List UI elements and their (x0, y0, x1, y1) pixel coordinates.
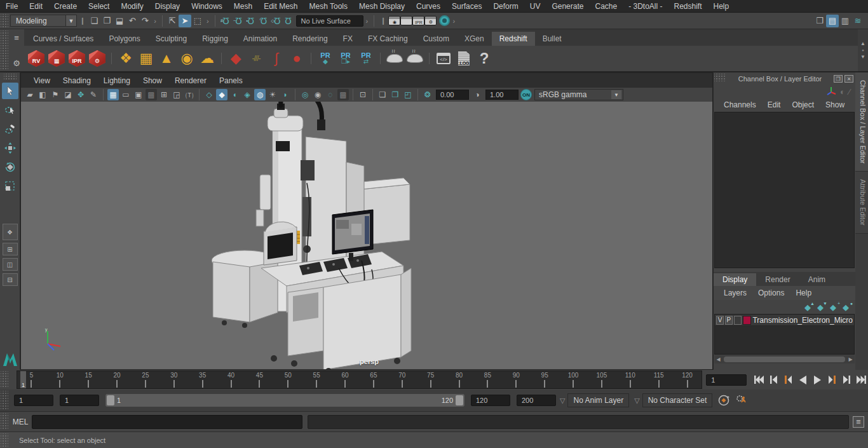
workspace-selector[interactable]: Modeling (10, 15, 66, 27)
tick-10[interactable]: 10 (46, 371, 74, 388)
redo-icon[interactable]: ↷ (139, 15, 151, 27)
log-file-icon[interactable]: .LOG (454, 48, 473, 69)
bake-pie-icon[interactable] (385, 48, 404, 69)
new-empty-layer-icon[interactable]: ◆ (830, 302, 836, 312)
script-window-icon[interactable]: </> (434, 48, 453, 69)
tick-115[interactable]: 115 (644, 371, 673, 388)
tick-55[interactable]: 55 (302, 371, 331, 388)
new-layer-from-selected-icon[interactable]: ◆ (843, 302, 849, 312)
channel-box-toggle-icon[interactable]: ▤ (826, 15, 839, 27)
menu-select[interactable]: Select (83, 1, 115, 12)
drag-grip[interactable] (714, 74, 726, 81)
tick-50[interactable]: 50 (274, 371, 302, 388)
panel-menu-lighting[interactable]: Lighting (97, 74, 137, 87)
rs-render-icon[interactable]: ▦ (47, 48, 66, 69)
shelf-tab-fx-caching[interactable]: FX Caching (360, 32, 416, 46)
step-back-frame-button[interactable] (766, 373, 780, 387)
rs-sphere-icon[interactable]: ● (287, 48, 306, 69)
outliner-pane-layout-button[interactable]: ◫ (3, 258, 18, 271)
two-pane-layout-button[interactable]: ⊟ (3, 273, 18, 286)
shelf-tab-bullet[interactable]: Bullet (535, 32, 569, 46)
use-all-lights-icon[interactable]: ☀ (267, 89, 278, 100)
tick-75[interactable]: 75 (416, 371, 445, 388)
shelf-tab-polygons[interactable]: Polygons (101, 32, 147, 46)
flat-shade-icon[interactable]: ◈ (241, 89, 253, 100)
grid-toggle-icon[interactable]: ▦ (107, 89, 119, 100)
auto-keyframe-icon[interactable] (717, 394, 730, 407)
menu-redshift[interactable]: Redshift (668, 1, 708, 12)
ipr-render-icon[interactable]: IPR (412, 16, 424, 25)
safe-title-icon[interactable]: 🄣 (184, 89, 195, 100)
make-live-icon[interactable]: Ω (269, 15, 282, 27)
menu-edit-mesh[interactable]: Edit Mesh (258, 1, 303, 12)
tick-90[interactable]: 90 (502, 371, 531, 388)
pr-transfer-icon[interactable]: PR⇄ (356, 48, 376, 69)
shelf-tab-sculpting[interactable]: Sculpting (148, 32, 194, 46)
rs-area-light-icon[interactable]: ▦ (137, 48, 156, 69)
drag-grip[interactable] (1, 14, 8, 27)
layer-tab-anim[interactable]: Anim (799, 273, 834, 286)
ssao-icon[interactable]: ◎ (299, 89, 311, 100)
tick-85[interactable]: 85 (473, 371, 502, 388)
render-current-frame-icon[interactable] (400, 16, 412, 25)
tick-80[interactable]: 80 (445, 371, 473, 388)
menu-mesh-display[interactable]: Mesh Display (353, 1, 410, 12)
flyout-divider[interactable]: › (154, 17, 156, 25)
undo-icon[interactable]: ↶ (126, 15, 139, 27)
modeling-toolkit-icon[interactable]: ❒ (813, 15, 826, 27)
rs-ipr-icon[interactable]: IPR (67, 48, 86, 69)
scroll-down-icon[interactable]: ▼ (860, 54, 865, 60)
workspace-dropdown-icon[interactable]: ▼ (66, 15, 77, 27)
drag-grip[interactable] (1, 391, 8, 410)
view-transform-select[interactable]: sRGB gamma ▼ (534, 89, 623, 100)
safe-action-icon[interactable]: ◲ (171, 89, 182, 100)
hyperbolic-icon[interactable]: ∕ (849, 87, 850, 97)
anim-layer-select[interactable]: No Anim Layer (567, 393, 629, 407)
channel-menu-channels[interactable]: Channels (719, 99, 761, 111)
snap-to-projected-center-icon[interactable]: Ω (257, 15, 269, 27)
playhead[interactable]: 1 (20, 371, 26, 388)
textured-icon[interactable]: ◍ (254, 89, 266, 100)
menu-help[interactable]: Help (708, 1, 735, 12)
script-editor-icon[interactable]: ≣ (853, 416, 864, 428)
step-back-key-button[interactable] (781, 373, 795, 387)
command-mode-label[interactable]: MEL (9, 417, 32, 426)
pan-zoom-icon[interactable]: ✥ (75, 89, 86, 100)
pane-layout-3-icon[interactable]: ◰ (402, 89, 414, 100)
shelf-tab-curves-surfaces[interactable]: Curves / Surfaces (25, 32, 101, 46)
layer-horizontal-scrollbar[interactable]: ◀ ▶ (714, 355, 855, 363)
rs-physical-light-icon[interactable]: ❖ (116, 48, 135, 69)
tem-model[interactable] (212, 102, 415, 369)
tool-settings-toggle-icon[interactable]: ▥ (839, 15, 851, 27)
snap-to-point-icon[interactable]: Ω (244, 15, 257, 27)
attribute-editor-toggle-icon[interactable]: ≋ (851, 15, 864, 27)
image-plane-icon[interactable]: ◪ (62, 89, 74, 100)
render-settings-icon[interactable]: ⚙ (424, 16, 437, 25)
viewport-canvas[interactable]: y persp (21, 102, 712, 369)
layer-menu-help[interactable]: Help (790, 287, 817, 299)
single-pane-layout-button[interactable]: ❖ (3, 224, 18, 240)
animation-preferences-icon[interactable] (735, 394, 748, 407)
select-hierarchy-icon[interactable]: ⇱ (166, 15, 179, 27)
tick-70[interactable]: 70 (388, 371, 416, 388)
flyout-divider[interactable]: › (207, 17, 209, 25)
four-pane-layout-button[interactable]: ⊞ (3, 243, 18, 255)
rs-ies-light-icon[interactable]: ▲ (157, 48, 176, 69)
dropdown-arrow-icon[interactable]: ▽ (560, 397, 565, 405)
channel-list-area[interactable] (714, 112, 855, 268)
layer-tab-render[interactable]: Render (756, 273, 799, 286)
contrast-icon[interactable]: ◑ (471, 89, 483, 100)
dropdown-arrow-icon[interactable]: ▽ (634, 397, 639, 405)
tick-65[interactable]: 65 (359, 371, 388, 388)
shelf-tab-custom[interactable]: Custom (416, 32, 457, 46)
motion-blur-icon[interactable]: ◉ (312, 89, 323, 100)
tick-15[interactable]: 15 (74, 371, 103, 388)
flyout-divider[interactable]: › (366, 17, 369, 25)
layer-color-swatch[interactable] (743, 316, 752, 325)
character-set-select[interactable]: No Character Set (642, 393, 713, 407)
exposure-icon[interactable]: ❂ (422, 89, 433, 100)
shelf-tab-animation[interactable]: Animation (236, 32, 285, 46)
pr-export-icon[interactable]: PR❐▸ (336, 48, 355, 69)
bordered-shade-icon[interactable]: ◖ (229, 89, 240, 100)
launch-render-toggle-icon[interactable] (439, 15, 450, 26)
